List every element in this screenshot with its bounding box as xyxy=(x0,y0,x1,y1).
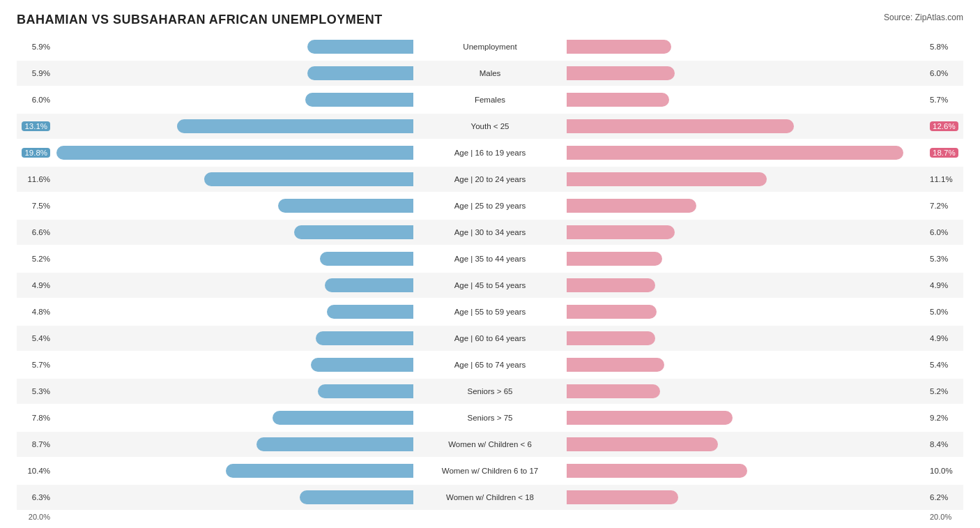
row-label: Age | 30 to 34 years xyxy=(413,228,567,236)
left-value: 5.7% xyxy=(17,361,53,369)
left-bar-area xyxy=(53,305,413,319)
left-value: 4.9% xyxy=(17,281,53,289)
table-row: 7.8%Seniors > 759.2% xyxy=(17,405,963,430)
table-row: 5.2%Age | 35 to 44 years5.3% xyxy=(17,246,963,271)
left-bar xyxy=(257,437,413,451)
row-label: Age | 55 to 59 years xyxy=(413,308,567,316)
left-bar xyxy=(300,490,413,504)
left-bar-area xyxy=(53,490,413,504)
left-value: 13.1% xyxy=(17,122,53,130)
axis-row: 20.0% 20.0% xyxy=(17,513,963,521)
right-bar xyxy=(567,331,655,345)
row-label: Women w/ Children < 18 xyxy=(413,493,567,501)
row-label: Unemployment xyxy=(413,43,567,51)
left-bar-area xyxy=(53,225,413,239)
table-row: 7.5%Age | 25 to 29 years7.2% xyxy=(17,193,963,218)
left-bar-area xyxy=(53,384,413,398)
right-bar-area xyxy=(567,305,927,319)
axis-label-right: 20.0% xyxy=(927,513,963,521)
left-bar xyxy=(177,119,413,133)
left-value: 7.8% xyxy=(17,414,53,422)
left-bar xyxy=(226,464,413,478)
right-bar-area xyxy=(567,490,927,504)
table-row: 6.0%Females5.7% xyxy=(17,87,963,112)
table-row: 5.9%Unemployment5.8% xyxy=(17,34,963,59)
left-bar-area xyxy=(53,93,413,107)
right-value: 9.2% xyxy=(927,414,963,422)
left-bar-area xyxy=(53,278,413,292)
right-bar xyxy=(567,146,903,160)
left-bar-area xyxy=(53,437,413,451)
right-bar xyxy=(567,464,747,478)
right-bar-area xyxy=(567,278,927,292)
left-bar xyxy=(305,93,413,107)
right-value: 6.0% xyxy=(927,228,963,236)
left-bar-area xyxy=(53,411,413,425)
row-label: Seniors > 75 xyxy=(413,414,567,422)
right-value: 5.8% xyxy=(927,43,963,51)
right-bar-area xyxy=(567,119,927,133)
right-bar xyxy=(567,119,794,133)
right-bar xyxy=(567,225,675,239)
right-value: 10.0% xyxy=(927,467,963,475)
right-bar-area xyxy=(567,331,927,345)
table-row: 19.8%Age | 16 to 19 years18.7% xyxy=(17,140,963,165)
left-value: 6.6% xyxy=(17,228,53,236)
right-bar xyxy=(567,278,655,292)
left-value: 19.8% xyxy=(17,149,53,157)
chart-header: BAHAMIAN VS SUBSAHARAN AFRICAN UNEMPLOYM… xyxy=(17,13,963,27)
right-value: 6.2% xyxy=(927,493,963,501)
right-value: 6.0% xyxy=(927,69,963,77)
left-bar-area xyxy=(53,119,413,133)
right-bar-area xyxy=(567,40,927,54)
chart-source: Source: ZipAtlas.com xyxy=(884,13,963,22)
left-bar-area xyxy=(53,199,413,213)
right-bar xyxy=(567,490,678,504)
right-value: 12.6% xyxy=(927,122,963,130)
right-value: 5.0% xyxy=(927,308,963,316)
left-bar-area xyxy=(53,331,413,345)
left-bar xyxy=(307,66,414,80)
table-row: 6.6%Age | 30 to 34 years6.0% xyxy=(17,220,963,245)
left-bar-area xyxy=(53,358,413,372)
left-bar-area xyxy=(53,172,413,186)
right-bar xyxy=(567,305,657,319)
left-bar xyxy=(325,278,413,292)
left-bar xyxy=(307,40,414,54)
rows-container: 5.9%Unemployment5.8%5.9%Males6.0%6.0%Fem… xyxy=(17,34,963,510)
left-bar-area xyxy=(53,66,413,80)
left-value: 7.5% xyxy=(17,202,53,210)
right-bar-area xyxy=(567,66,927,80)
left-value: 5.9% xyxy=(17,43,53,51)
row-label: Age | 60 to 64 years xyxy=(413,334,567,342)
row-label: Age | 25 to 29 years xyxy=(413,202,567,210)
left-bar xyxy=(311,358,413,372)
left-value: 4.8% xyxy=(17,308,53,316)
right-value: 5.3% xyxy=(927,255,963,263)
right-bar-area xyxy=(567,172,927,186)
chart-container: BAHAMIAN VS SUBSAHARAN AFRICAN UNEMPLOYM… xyxy=(0,0,980,528)
table-row: 5.3%Seniors > 655.2% xyxy=(17,379,963,404)
left-bar xyxy=(278,199,413,213)
table-row: 4.9%Age | 45 to 54 years4.9% xyxy=(17,273,963,298)
left-bar-area xyxy=(53,252,413,266)
left-bar xyxy=(204,172,413,186)
left-bar xyxy=(316,331,413,345)
table-row: 5.4%Age | 60 to 64 years4.9% xyxy=(17,326,963,351)
left-bar-area xyxy=(53,40,413,54)
right-value: 4.9% xyxy=(927,334,963,342)
left-value: 5.2% xyxy=(17,255,53,263)
table-row: 8.7%Women w/ Children < 68.4% xyxy=(17,432,963,457)
right-value: 4.9% xyxy=(927,281,963,289)
row-label: Youth < 25 xyxy=(413,122,567,130)
right-bar xyxy=(567,66,675,80)
right-value: 7.2% xyxy=(927,202,963,210)
right-bar-area xyxy=(567,93,927,107)
left-value: 6.3% xyxy=(17,493,53,501)
right-bar-area xyxy=(567,437,927,451)
left-bar-area xyxy=(53,464,413,478)
right-bar xyxy=(567,411,733,425)
left-bar xyxy=(320,252,413,266)
table-row: 11.6%Age | 20 to 24 years11.1% xyxy=(17,167,963,192)
chart-title: BAHAMIAN VS SUBSAHARAN AFRICAN UNEMPLOYM… xyxy=(17,13,383,27)
